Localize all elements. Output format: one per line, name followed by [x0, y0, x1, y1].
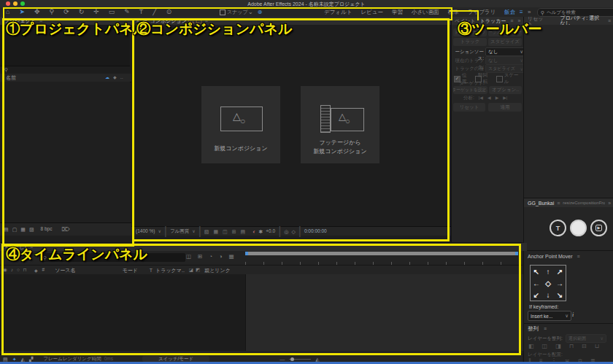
cloud-sync-icon[interactable]: ☁ [105, 75, 109, 80]
move-anchor-center-icon[interactable]: ◇ [542, 277, 554, 289]
magnification-value[interactable]: (1400 %) [136, 229, 155, 234]
move-anchor-bottom-left-icon[interactable]: ↙ [531, 289, 542, 301]
switch-mode-button[interactable]: スイッチ/モード [142, 356, 209, 363]
selection-tool-icon[interactable]: ➤ [19, 9, 25, 15]
column-dots-icon[interactable]: ‥ [120, 75, 123, 80]
snap-checkbox[interactable] [220, 9, 225, 15]
scripts-overflow-icon[interactable]: » [608, 201, 611, 206]
anchor-info-button[interactable]: i [572, 311, 574, 318]
t-column[interactable]: T [150, 268, 153, 273]
trkmat-column[interactable]: トラックマ.. [155, 268, 185, 273]
workspace-tab-review[interactable]: レビュー [361, 9, 383, 15]
resolution-value[interactable]: フル画質 [170, 229, 189, 234]
tracker-apply-button[interactable]: 適用 [488, 103, 522, 112]
options-button[interactable]: オプション.. [489, 86, 522, 94]
align-h-center-icon[interactable]: ◫ [542, 344, 548, 349]
workspace-tab-small-screen[interactable]: 小さい画面 [412, 9, 439, 15]
align-right-icon[interactable]: ◨ [555, 344, 561, 349]
pan-behind-tool-icon[interactable]: ✛ [93, 9, 99, 15]
gg-bunkai-solid-button[interactable] [570, 220, 587, 236]
move-anchor-top-left-icon[interactable]: ↖ [531, 266, 542, 277]
work-area-start-handle[interactable] [245, 252, 248, 255]
orbit-camera-tool-icon[interactable]: ⟳ [63, 9, 69, 15]
trash-icon[interactable]: ⌦ [61, 227, 69, 233]
expand-layer-switches-icon[interactable]: ▤ [3, 357, 8, 362]
anchor-panel-menu-icon[interactable]: ≡ [577, 254, 579, 259]
channel-icon[interactable]: ◐ [252, 229, 255, 234]
align-top-icon[interactable]: ⊓ [569, 344, 574, 349]
tab-gg-bunkai[interactable]: GG_Bunkai [528, 201, 554, 206]
matte-alpha-icon[interactable]: ◪ [189, 268, 193, 273]
new-composition-icon[interactable]: ▦ [20, 227, 26, 232]
anchor-panel-title[interactable]: Anchor Point Mover [528, 254, 572, 259]
align-panel-title[interactable]: 整列 [528, 326, 539, 332]
expand-in-out-icon[interactable]: ◭ [21, 357, 25, 362]
timeline-zoom-slider[interactable] [289, 359, 311, 360]
workspace-overflow-icon[interactable]: » [528, 9, 531, 15]
exposure-value[interactable]: +0.0 [266, 229, 275, 234]
move-anchor-right-icon[interactable]: → [554, 277, 566, 289]
solo-icon[interactable]: ○ [17, 268, 20, 273]
axis-mode-icon[interactable]: ⊕ [258, 9, 263, 15]
hand-tool-icon[interactable]: ✥ [34, 9, 40, 15]
analyze-forward-icon[interactable]: ▶ [496, 96, 499, 100]
work-area-bar[interactable] [245, 252, 518, 255]
project-item-list[interactable] [0, 82, 130, 222]
label-color-icon[interactable]: ◆ [113, 75, 117, 80]
analyze-forward-one-icon[interactable]: ▶| [503, 96, 507, 100]
transparency-grid-icon[interactable]: ▦ [213, 229, 218, 234]
align-panel-menu-icon[interactable]: ≡ [544, 326, 547, 331]
puppet-pin-tool-icon[interactable]: ⊙ [166, 9, 172, 15]
matte-luma-icon[interactable]: ◩ [196, 268, 200, 273]
camera-icon[interactable]: ◎ [284, 229, 288, 234]
rulers-icon[interactable]: ▤ [241, 229, 246, 234]
adjustment-icon[interactable]: ▨ [29, 227, 34, 232]
timeline-zoom-out-icon[interactable]: — [279, 357, 285, 362]
rotation-tool-icon[interactable]: ↻ [79, 9, 85, 15]
new-folder-icon[interactable]: ▢ [12, 227, 18, 232]
workspace-menu-icon[interactable]: ≡ [520, 9, 523, 15]
brush-tool-icon[interactable]: ╱ [153, 9, 156, 15]
analyze-backward-icon[interactable]: ◀ [487, 96, 491, 100]
keyframe-mode-dropdown[interactable]: Insert ke... ∨ [528, 311, 571, 321]
expand-transfer-controls-icon[interactable]: ✦ [12, 357, 17, 362]
frame-blend-icon[interactable]: ◑ [219, 254, 223, 260]
bit-depth-label[interactable]: 8 bpc [41, 227, 53, 232]
scale-checkbox[interactable]: スケール [496, 72, 523, 85]
interpret-footage-icon[interactable]: ▤ [4, 227, 9, 232]
new-composition-from-footage-button[interactable]: △ ○ フッテージから 新規コンポジション [301, 86, 379, 163]
region-of-interest-icon[interactable]: ▧ [204, 229, 209, 234]
source-name-column[interactable]: ソース名 [55, 268, 75, 273]
tab-resize-composition[interactable]: resizeCompositionFromS [563, 201, 605, 205]
audio-icon[interactable]: ♪ [11, 268, 13, 273]
magnification-caret-icon[interactable]: ∨ [158, 229, 161, 233]
work-area-end-handle[interactable] [515, 252, 518, 255]
align-layers-dropdown[interactable]: 選択範囲 ∨ [566, 334, 606, 343]
lock-icon[interactable]: ⊓ [23, 268, 27, 273]
align-left-icon[interactable]: ◧ [528, 344, 534, 349]
pen-tool-icon[interactable]: ✎ [124, 9, 130, 15]
align-v-center-icon[interactable]: ⊟ [582, 344, 587, 349]
mask-visibility-icon[interactable]: ◫ [223, 229, 228, 234]
move-anchor-top-icon[interactable]: ↑ [542, 266, 554, 277]
workspace-tab-iikura[interactable]: 飯倉 [504, 9, 515, 15]
motion-blur-icon[interactable]: ▦ [228, 254, 234, 260]
hash-column[interactable]: # [42, 268, 45, 273]
exposure-icon[interactable]: ✱ [258, 229, 263, 234]
move-anchor-left-icon[interactable]: ← [531, 277, 542, 289]
view-layout-icon[interactable]: ◇ [291, 229, 295, 234]
move-anchor-top-right-icon[interactable]: ↗ [554, 266, 566, 277]
properties-menu-icon[interactable]: ≡ [608, 18, 611, 23]
align-bottom-icon[interactable]: ⊔ [595, 344, 599, 349]
timeline-zoom-handle[interactable] [290, 357, 294, 361]
label-column-icon[interactable]: ◆ [34, 268, 38, 273]
type-tool-icon[interactable]: T [139, 9, 144, 15]
mode-column[interactable]: モード [123, 268, 138, 273]
video-eye-icon[interactable]: ◉ [3, 268, 7, 273]
column-name[interactable]: 名前 [6, 75, 16, 80]
new-composition-button[interactable]: △ ○ 新規コンポジション [201, 86, 280, 163]
workspace-tab-learn[interactable]: 学習 [392, 9, 403, 15]
track-motion-button[interactable]: トラック [453, 38, 487, 46]
composition-timecode[interactable]: 0:00:00:00 [304, 229, 327, 234]
parent-link-column[interactable]: 親とリンク [204, 268, 231, 273]
